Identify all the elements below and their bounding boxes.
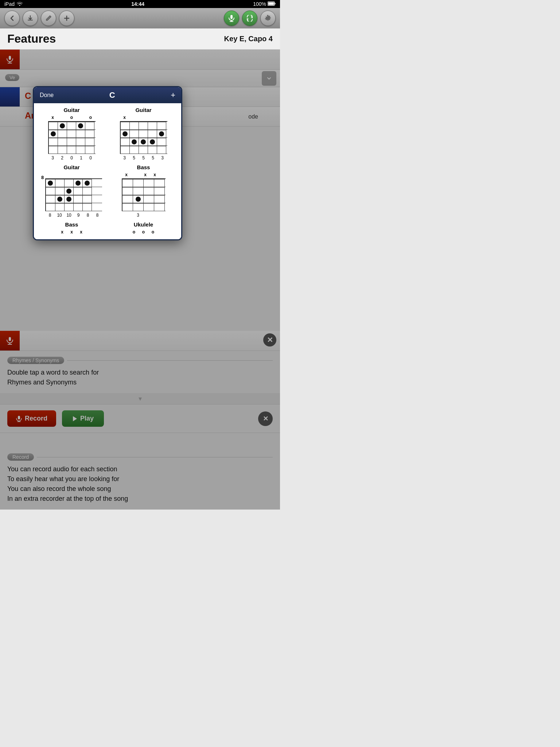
status-right: 100%: [253, 1, 276, 7]
chord-popup-title: C: [54, 90, 171, 100]
status-left: iPad: [4, 1, 23, 7]
wifi-icon: [17, 1, 23, 7]
chord-diagram-bass-2: Bass x x x: [38, 221, 106, 236]
page-title: Features: [7, 32, 56, 46]
back-button[interactable]: [4, 11, 20, 26]
download-button[interactable]: [23, 11, 38, 26]
chord-diagram-guitar-2: Guitar x: [109, 107, 178, 160]
chord-markers-1: x o o: [48, 115, 96, 120]
chord-markers-3: [45, 172, 102, 178]
chord-markers-ukulele: o o o: [129, 229, 158, 235]
chord-popup-body: Guitar x o o: [34, 103, 181, 239]
add-button[interactable]: [59, 11, 74, 26]
fret-number-3: 8: [41, 175, 44, 180]
chord-label-guitar-3: Guitar: [63, 164, 79, 170]
chord-numbers-2: 3 5 5 5 3: [120, 155, 167, 160]
status-bar: iPad 14:44 100%: [0, 0, 280, 8]
chord-diagram-guitar-1: Guitar x o o: [38, 107, 106, 160]
toolbar-left: [4, 11, 74, 26]
status-time: 14:44: [131, 1, 144, 7]
chord-popup: Done C + Guitar x o o: [33, 86, 182, 240]
chord-diagram-ukulele: Ukulele o o o: [109, 221, 178, 236]
battery-icon: [268, 1, 276, 7]
chord-markers-bass-1: x x x: [122, 172, 166, 178]
edit-button[interactable]: [41, 11, 56, 26]
chord-label-bass-1: Bass: [137, 164, 150, 170]
loop-button[interactable]: [242, 11, 257, 26]
main-content: Ve C Add Am Cho ode Done C +: [0, 50, 280, 510]
toolbar-right: [224, 11, 276, 26]
chord-popup-plus-btn[interactable]: +: [171, 90, 175, 100]
chord-markers-2: x: [120, 115, 167, 120]
chord-label-bass-2: Bass: [65, 221, 78, 228]
chord-label-guitar-1: Guitar: [63, 107, 79, 113]
svg-rect-1: [268, 3, 274, 5]
chord-numbers-3: 8 10 10 9 8 8: [45, 213, 102, 218]
key-info: Key E, Capo 4: [224, 35, 273, 43]
page-header: Features Key E, Capo 4: [0, 28, 280, 50]
svg-rect-3: [230, 15, 233, 19]
chord-label-guitar-2: Guitar: [135, 107, 151, 113]
chord-diagram-guitar-3: Guitar 8: [38, 164, 106, 218]
chord-popup-done-btn[interactable]: Done: [40, 92, 54, 98]
chord-markers-bass-2: x x x: [58, 229, 86, 235]
chord-numbers-bass-1: 3: [122, 213, 166, 218]
chord-diagram-bass-1: Bass x x x: [109, 164, 178, 218]
chord-popup-header: Done C +: [34, 87, 181, 103]
chord-numbers-1: 3 2 0 1 0: [48, 155, 96, 160]
battery-label: 100%: [253, 1, 266, 7]
svg-rect-2: [275, 3, 276, 4]
settings-button[interactable]: [260, 11, 276, 26]
mic-button[interactable]: [224, 11, 239, 26]
toolbar: [0, 8, 280, 28]
ipad-label: iPad: [4, 1, 15, 7]
chord-label-ukulele: Ukulele: [134, 221, 153, 228]
